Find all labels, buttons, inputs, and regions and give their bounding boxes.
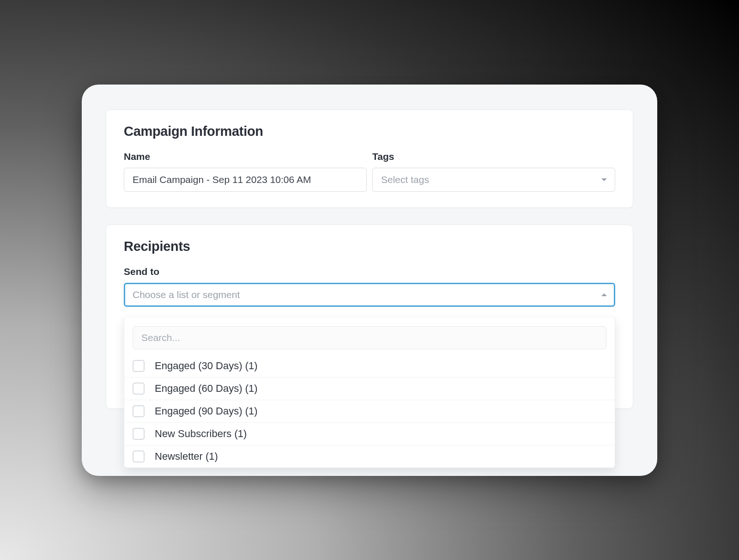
tags-select-wrap: Select tags [372,168,615,192]
option-label: New Subscribers (1) [155,428,247,440]
tags-select[interactable]: Select tags [372,168,615,192]
send-to-placeholder-text: Choose a list or segment [133,289,240,300]
list-item[interactable]: Newsletter (1) [124,445,615,468]
send-to-select-wrap: Choose a list or segment [124,283,615,307]
tags-placeholder-text: Select tags [381,174,429,185]
list-item[interactable]: Engaged (60 Days) (1) [124,377,615,400]
option-label: Engaged (60 Days) (1) [155,383,258,395]
send-to-select[interactable]: Choose a list or segment [124,283,615,307]
search-wrap [124,326,615,355]
tags-label: Tags [372,151,615,162]
recipients-title: Recipients [124,239,615,254]
send-to-dropdown: Engaged (30 Days) (1) Engaged (60 Days) … [124,318,615,468]
name-group: Name [124,151,367,192]
option-label: Engaged (30 Days) (1) [155,360,258,372]
option-label: Newsletter (1) [155,450,218,463]
checkbox-icon[interactable] [133,360,145,372]
checkbox-icon[interactable] [133,383,145,395]
option-label: Engaged (90 Days) (1) [155,405,258,417]
list-item[interactable]: Engaged (30 Days) (1) [124,355,615,377]
checkbox-icon[interactable] [133,428,145,440]
list-item[interactable]: Engaged (90 Days) (1) [124,400,615,423]
campaign-info-title: Campaign Information [124,124,615,139]
search-input[interactable] [133,326,606,349]
caret-up-icon [601,293,607,296]
campaign-info-card: Campaign Information Name Tags Select ta… [106,110,633,208]
campaign-info-row: Name Tags Select tags [124,151,615,192]
name-label: Name [124,151,367,162]
send-to-group: Send to Choose a list or segment [124,266,615,307]
list-item[interactable]: New Subscribers (1) [124,423,615,445]
caret-down-icon [601,178,607,181]
option-list: Engaged (30 Days) (1) Engaged (60 Days) … [124,355,615,468]
checkbox-icon[interactable] [133,450,145,463]
app-window: Campaign Information Name Tags Select ta… [82,85,657,476]
recipients-card: Recipients Send to Choose a list or segm… [106,225,633,409]
name-input[interactable] [124,168,367,192]
send-to-label: Send to [124,266,615,277]
checkbox-icon[interactable] [133,405,145,417]
tags-group: Tags Select tags [372,151,615,192]
